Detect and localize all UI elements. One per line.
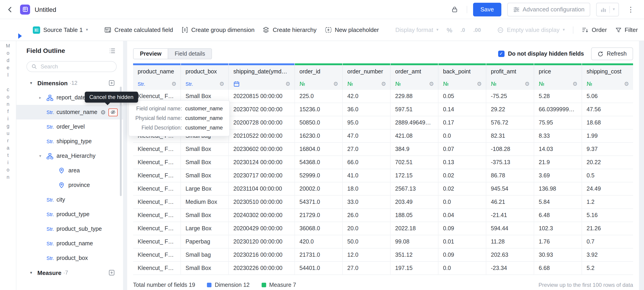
save-button[interactable]: Save (473, 3, 501, 16)
column-name: shipping_date(ymdhms) (229, 65, 294, 78)
refresh-button[interactable]: Refresh (591, 48, 633, 60)
add-field-icon[interactable] (108, 80, 115, 86)
display-format-dropdown[interactable]: Display format ▾ (396, 27, 438, 33)
field-name: order_level (56, 124, 85, 130)
lock-button[interactable] (449, 4, 461, 15)
table-cell: 225.0 (295, 90, 343, 103)
table-cell: 576.72 (486, 116, 534, 130)
table-cell: 0.0 (438, 196, 486, 209)
column-header[interactable]: product_box Str. № ⚙ (181, 63, 229, 90)
field-info-popup: Field original name: customer_name Physi… (128, 100, 230, 136)
tree-item[interactable]: Str. customer_name ⚙ (16, 105, 123, 119)
field-info-label: Field original name: (135, 105, 182, 113)
order-button[interactable]: Order (582, 27, 607, 33)
back-button[interactable] (4, 4, 16, 15)
table-cell: Kleencut_ Forg... (133, 169, 181, 182)
column-header[interactable]: back_point Str. № ⚙ (438, 63, 486, 90)
column-header[interactable]: order_number Str. № ⚙ (343, 63, 390, 90)
tree-item[interactable]: Str. province ⚙ (16, 178, 123, 192)
table-cell: 20230702 00:00:00 (229, 103, 295, 116)
expand-panel-arrow[interactable] (18, 33, 22, 39)
table-cell: 46.21 (486, 196, 534, 209)
tree-item[interactable]: Str. area_Hierarchy ⚙ (16, 149, 123, 163)
table-cell: -75.25 (486, 90, 534, 103)
tree-item[interactable]: Str. product_sub_type ⚙ (16, 222, 123, 236)
empty-value-display-dropdown[interactable]: Empty value display ▾ (497, 27, 565, 33)
tab-preview[interactable]: Preview (133, 48, 168, 59)
create-hierarchy-button[interactable]: Create hierarchy (263, 27, 316, 33)
create-calculated-field-button[interactable]: Create calculated field (104, 27, 173, 33)
tree-item[interactable]: Str. product_name ⚙ (16, 236, 123, 251)
dimension-section-header[interactable]: ▾ Dimension ·12 (16, 76, 123, 90)
field-name: product_sub_type (56, 226, 102, 232)
percent-format-button[interactable]: % (447, 26, 452, 34)
dimension-legend: Dimension 12 (207, 282, 250, 288)
column-header[interactable]: order_id Str. № ⚙ (295, 63, 343, 90)
decrease-decimal-button[interactable]: .0 (460, 27, 465, 33)
gear-icon[interactable]: ⚙ (381, 81, 386, 87)
table-cell: 0.07 (438, 143, 486, 156)
hidden-eye-button[interactable] (108, 108, 118, 116)
column-header[interactable]: order_amt Str. № ⚙ (390, 63, 438, 90)
table-cell: 0.05 (438, 90, 486, 103)
field-actions: ⚙ (100, 108, 118, 116)
gear-icon[interactable]: ⚙ (285, 81, 290, 87)
model-configuration-strip: Model configuration (0, 19, 16, 290)
filter-button[interactable]: Filter (615, 27, 638, 33)
table-cell: 8.33 (534, 130, 582, 143)
table-cell: 50850.0 (295, 116, 343, 130)
gear-icon[interactable]: ⚙ (624, 81, 629, 87)
table-cell: 20200728 00:00:00 (229, 116, 295, 130)
column-header[interactable]: shipping_date(ymdhms) Str. № ⚙ (229, 63, 295, 90)
document-title[interactable]: Untitled (35, 6, 56, 13)
tree-item[interactable]: Str. city ⚙ (16, 192, 123, 207)
chevron-down-icon: ▾ (30, 270, 37, 275)
date-type-icon (233, 81, 240, 87)
outline-view-icon[interactable] (109, 47, 116, 54)
tree-item[interactable]: Str. shipping_type ⚙ (16, 134, 123, 149)
increase-decimal-button[interactable]: .00 (473, 27, 481, 33)
gear-icon[interactable]: ⚙ (171, 81, 176, 87)
search-input[interactable] (40, 63, 112, 70)
column-type-row: Str. № ⚙ (390, 78, 438, 90)
gear-icon[interactable]: ⚙ (429, 81, 434, 87)
column-header[interactable]: shipping_cost Str. № ⚙ (582, 63, 633, 90)
add-field-icon[interactable] (108, 269, 115, 276)
top-bar-left: Untitled (4, 4, 56, 15)
source-table-selector[interactable]: Source Table 1 ▾ (33, 26, 88, 34)
new-placeholder-button[interactable]: New placeholder (325, 27, 379, 33)
column-header[interactable]: profit_amt Str. № ⚙ (486, 63, 534, 90)
expander-icon[interactable] (39, 154, 46, 158)
field-name: customer_name (56, 109, 97, 115)
number-type-badge: № (491, 81, 496, 87)
tree-item[interactable]: Str. area ⚙ (16, 163, 123, 178)
gear-icon[interactable]: ⚙ (100, 109, 106, 115)
tree-item[interactable]: Str. product_box ⚙ (16, 251, 123, 265)
column-header[interactable]: product_name Str. № ⚙ (133, 63, 181, 90)
field-outline-panel: Field Outline ▾ Dimension ·12 (16, 41, 123, 290)
tree-item[interactable]: Str. product_type ⚙ (16, 207, 123, 222)
gear-icon[interactable]: ⚙ (524, 81, 530, 87)
tab-field-details[interactable]: Field details (168, 48, 212, 59)
table-cell: 36.0 (343, 103, 390, 116)
create-group-dimension-button[interactable]: Create group dimension (181, 27, 254, 33)
expander-icon[interactable] (39, 95, 46, 100)
gear-icon[interactable]: ⚙ (572, 81, 578, 87)
tree-item[interactable]: Str. order_level ⚙ (16, 119, 123, 134)
gear-icon[interactable]: ⚙ (219, 81, 224, 87)
field-kind-stripe (534, 63, 582, 65)
table-cell: Small Box (181, 143, 229, 156)
column-header[interactable]: price Str. № ⚙ (534, 63, 582, 90)
measure-section-header[interactable]: ▾ Measure ·7 (16, 265, 123, 280)
total-fields-label: Total number of fields 19 (133, 282, 195, 288)
gear-icon[interactable]: ⚙ (333, 81, 338, 87)
more-menu-button[interactable]: ⋮ (625, 4, 637, 15)
chart-view-button[interactable]: ▾ (596, 3, 619, 16)
hide-hidden-checkbox[interactable]: ✓ (498, 51, 504, 57)
column-type-row: Str. № ⚙ (295, 78, 342, 90)
gear-icon[interactable]: ⚙ (477, 81, 482, 87)
advanced-configuration-button[interactable]: Advanced configuration (507, 3, 590, 16)
column-name: order_number (343, 65, 390, 78)
tree-scrollbar[interactable] (120, 87, 122, 196)
string-type-badge: Str. (46, 226, 56, 232)
